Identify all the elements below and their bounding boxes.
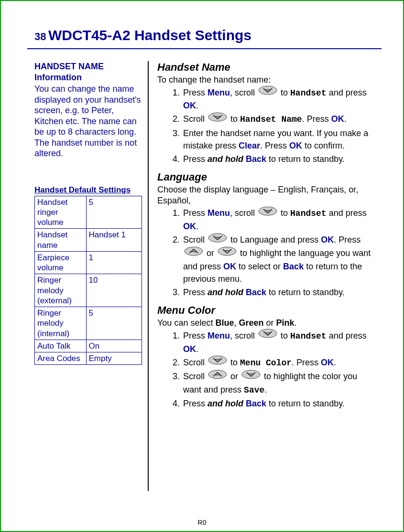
scroll-down-icon — [208, 355, 227, 368]
table-row: Auto TalkOn — [35, 340, 142, 352]
table-row: Area CodesEmpty — [35, 352, 142, 365]
table-row: Ringer melody (internal)5 — [35, 307, 142, 340]
list-item: Scroll to Handset Name. Press OK. — [182, 113, 374, 126]
info-body: You can change the name displayed on you… — [34, 84, 142, 159]
scroll-down-icon — [258, 85, 277, 98]
steps-menu-color: Press Menu, scroll to Handset and press … — [157, 330, 374, 410]
scroll-down-icon — [258, 329, 277, 341]
page-number: 38 — [34, 31, 46, 43]
list-item: Press and hold Back to return to standby… — [182, 153, 374, 165]
defaults-table: Handset ringer volume5 Handset nameHands… — [34, 196, 142, 365]
scroll-down-icon — [208, 233, 227, 246]
info-heading: HANDSET NAME Information — [34, 61, 142, 83]
section-intro: Choose the display language – English, F… — [157, 184, 374, 206]
main-content: Handset Name To change the handset name:… — [153, 61, 374, 491]
scroll-down-icon — [241, 370, 261, 383]
table-row: Handset ringer volume5 — [35, 196, 142, 229]
scroll-down-icon — [258, 206, 277, 219]
list-item: Enter the handset name you want. If you … — [182, 127, 374, 152]
footer-text: R0 — [1, 519, 403, 526]
scroll-down-icon — [218, 246, 237, 259]
table-row: Handset nameHandset 1 — [35, 229, 142, 252]
list-item: Scroll to Language and press OK. Press o… — [182, 234, 374, 285]
scroll-up-icon — [184, 246, 203, 259]
list-item: Press Menu, scroll to Handset and press … — [182, 207, 374, 233]
list-item: Scroll to Menu Color. Press OK. — [182, 356, 374, 370]
table-row: Ringer melody (external)10 — [35, 274, 142, 307]
table-row: Earpiece volume1 — [35, 251, 142, 274]
defaults-table-title: Handset Default Settings — [34, 185, 142, 195]
steps-language: Press Menu, scroll to Handset and press … — [157, 207, 374, 298]
section-intro: You can select Blue, Green or Pink. — [157, 318, 374, 329]
sidebar: HANDSET NAME Information You can change … — [34, 61, 148, 491]
scroll-up-icon — [208, 370, 227, 383]
list-item: Scroll or to highlight the color you wan… — [182, 370, 374, 396]
section-heading-language: Language — [157, 171, 374, 183]
list-item: Press Menu, scroll to Handset and press … — [182, 330, 374, 355]
steps-handset-name: Press Menu, scroll to Handset and press … — [157, 86, 374, 166]
section-heading-handset-name: Handset Name — [157, 61, 374, 74]
list-item: Press and hold Back to return to standby… — [182, 397, 374, 410]
column-divider — [148, 61, 149, 491]
header-rule — [27, 48, 382, 49]
section-intro: To change the handset name: — [157, 74, 374, 85]
page-header: 38 WDCT45-A2 Handset Settings — [34, 27, 374, 43]
scroll-down-icon — [208, 112, 227, 125]
section-heading-menu-color: Menu Color — [157, 304, 374, 317]
list-item: Press Menu, scroll to Handset and press … — [182, 86, 374, 112]
list-item: Press and hold Back to return to standby… — [182, 286, 374, 298]
page-title: WDCT45-A2 Handset Settings — [48, 27, 251, 43]
